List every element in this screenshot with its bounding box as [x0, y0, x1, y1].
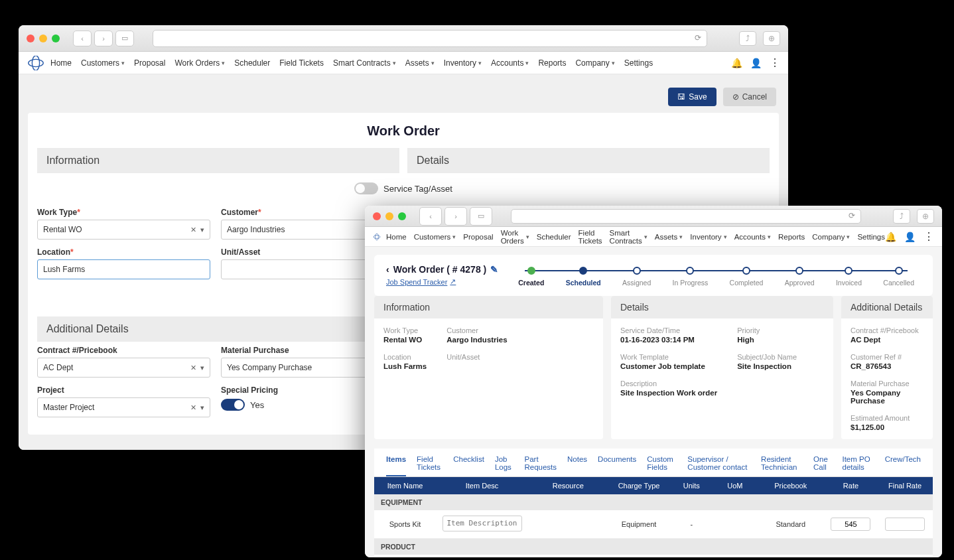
nav-customers[interactable]: Customers▾	[81, 58, 125, 68]
tab-resident-technician[interactable]: Resident Technician	[761, 455, 803, 476]
nav-scheduler[interactable]: Scheduler	[234, 58, 270, 68]
maximize-window[interactable]	[52, 35, 60, 42]
tab-checklist[interactable]: Checklist	[453, 455, 484, 476]
work-type-select[interactable]: Rental WO ✕▾	[37, 220, 210, 240]
contract-select[interactable]: AC Dept ✕▾	[37, 358, 210, 378]
nav-customers[interactable]: Customers▾	[414, 229, 456, 245]
tab-part-requests[interactable]: Part Requests	[524, 455, 557, 476]
rate-input[interactable]	[831, 518, 870, 531]
save-button[interactable]: 🖫Save	[668, 88, 716, 106]
nav-company[interactable]: Company▾	[812, 229, 850, 245]
nav-assets[interactable]: Assets▾	[405, 58, 435, 68]
nav-reports[interactable]: Reports	[778, 229, 805, 245]
refresh-icon[interactable]: ⟳	[695, 33, 701, 42]
nav-home[interactable]: Home	[386, 229, 407, 245]
tab-items[interactable]: Items	[386, 455, 406, 476]
user-profile-icon[interactable]: 👤	[750, 58, 762, 68]
project-select[interactable]: Master Project ✕▾	[37, 397, 210, 417]
nav-inventory[interactable]: Inventory▾	[690, 229, 726, 245]
tab-crew-tech[interactable]: Crew/Tech	[885, 455, 921, 476]
nav-proposal[interactable]: Proposal	[463, 229, 493, 245]
share-icon[interactable]: ⤴	[739, 31, 756, 46]
step-assigned[interactable]: Assigned	[622, 267, 651, 287]
back-button[interactable]: ‹	[73, 31, 92, 46]
page-title: Work Order	[28, 113, 779, 148]
app-logo[interactable]	[27, 56, 45, 70]
clear-icon[interactable]: ✕	[190, 364, 196, 372]
tab-field-tickets[interactable]: Field Tickets	[417, 455, 443, 476]
nav-assets[interactable]: Assets▾	[655, 229, 683, 245]
external-link-icon: ↗	[450, 277, 456, 286]
refresh-icon[interactable]: ⟳	[849, 211, 855, 220]
nav-reports[interactable]: Reports	[538, 58, 566, 68]
tab-job-logs[interactable]: Job Logs	[495, 455, 514, 476]
forward-button[interactable]: ›	[94, 31, 113, 46]
tab-item-po-details[interactable]: Item PO details	[842, 455, 874, 476]
nav-field-tickets[interactable]: Field Tickets	[279, 58, 324, 68]
step-scheduled[interactable]: Scheduled	[566, 267, 601, 287]
step-invoiced[interactable]: Invoiced	[836, 267, 862, 287]
forward-button[interactable]: ›	[444, 207, 467, 226]
chevron-down-icon[interactable]: ▾	[200, 226, 204, 234]
share-icon[interactable]: ⤴	[893, 209, 910, 224]
back-chevron-icon[interactable]: ‹	[386, 264, 389, 275]
nav-scheduler[interactable]: Scheduler	[537, 229, 571, 245]
step-completed[interactable]: Completed	[730, 267, 764, 287]
table-group: EQUIPMENT	[374, 494, 933, 510]
service-tag-toggle[interactable]	[354, 182, 378, 194]
nav-proposal[interactable]: Proposal	[134, 58, 165, 68]
tab-notes[interactable]: Notes	[567, 455, 587, 476]
final-rate-input[interactable]	[885, 518, 925, 531]
tabs-button[interactable]: ▭	[115, 31, 134, 46]
notifications-icon[interactable]: 🔔	[885, 232, 896, 242]
clear-icon[interactable]: ✕	[190, 226, 196, 234]
chevron-down-icon[interactable]: ▾	[200, 403, 204, 412]
nav-home[interactable]: Home	[50, 58, 72, 68]
chevron-down-icon[interactable]: ▾	[200, 364, 204, 372]
tabs-icon[interactable]: ⊕	[763, 31, 780, 46]
item-desc-input[interactable]	[443, 516, 522, 531]
back-button[interactable]: ‹	[419, 207, 442, 226]
tab-custom-fields[interactable]: Custom Fields	[647, 455, 677, 476]
notifications-icon[interactable]: 🔔	[731, 58, 742, 68]
url-bar[interactable]: ⟳	[511, 209, 861, 224]
step-cancelled[interactable]: Cancelled	[883, 267, 914, 287]
nav-accounts[interactable]: Accounts▾	[734, 229, 771, 245]
nav-accounts[interactable]: Accounts▾	[491, 58, 529, 68]
maximize-window[interactable]	[398, 212, 406, 220]
location-select[interactable]: Lush Farms	[37, 259, 210, 279]
step-created[interactable]: Created	[518, 267, 544, 287]
minimize-window[interactable]	[39, 35, 47, 42]
close-window[interactable]	[27, 35, 34, 42]
minimize-window[interactable]	[385, 212, 393, 220]
clear-icon[interactable]: ✕	[190, 403, 196, 412]
cancel-button[interactable]: ⊘Cancel	[723, 88, 776, 106]
tabs-button[interactable]: ▭	[470, 207, 492, 226]
nav-settings[interactable]: Settings	[624, 58, 653, 68]
table-row: Non Inventory 2Product-Standard	[374, 555, 933, 557]
nav-smart-contracts[interactable]: Smart Contracts▾	[333, 58, 396, 68]
more-menu-icon[interactable]: ⋮	[770, 56, 780, 69]
step-approved[interactable]: Approved	[785, 267, 815, 287]
nav-settings[interactable]: Settings	[857, 229, 885, 245]
nav-company[interactable]: Company▾	[575, 58, 614, 68]
nav-smart-contracts[interactable]: Smart Contracts▾	[610, 229, 647, 245]
edit-icon[interactable]: ✎	[490, 264, 498, 275]
job-spend-tracker-link[interactable]: Job Spend Tracker↗	[386, 277, 498, 286]
special-pricing-toggle[interactable]	[221, 399, 245, 411]
tab-supervisor-customer-contact[interactable]: Supervisor / Customer contact	[687, 455, 750, 476]
tab-documents[interactable]: Documents	[598, 455, 636, 476]
nav-field-tickets[interactable]: Field Tickets	[579, 229, 602, 245]
tab-one-call[interactable]: One Call	[813, 455, 831, 476]
user-profile-icon[interactable]: 👤	[904, 232, 916, 242]
url-bar[interactable]: ⟳	[153, 30, 707, 47]
app-logo[interactable]	[373, 230, 381, 244]
more-menu-icon[interactable]: ⋮	[923, 230, 934, 243]
nav-work-orders[interactable]: Work Orders▾	[174, 58, 225, 68]
close-window[interactable]	[373, 212, 381, 220]
tabs-icon[interactable]: ⊕	[917, 209, 934, 224]
step-in-progress[interactable]: In Progress	[673, 267, 709, 287]
nav-work-orders[interactable]: Work Orders▾	[501, 229, 529, 245]
nav-inventory[interactable]: Inventory▾	[444, 58, 482, 68]
info-value: Yes Company Purchase	[851, 389, 923, 405]
